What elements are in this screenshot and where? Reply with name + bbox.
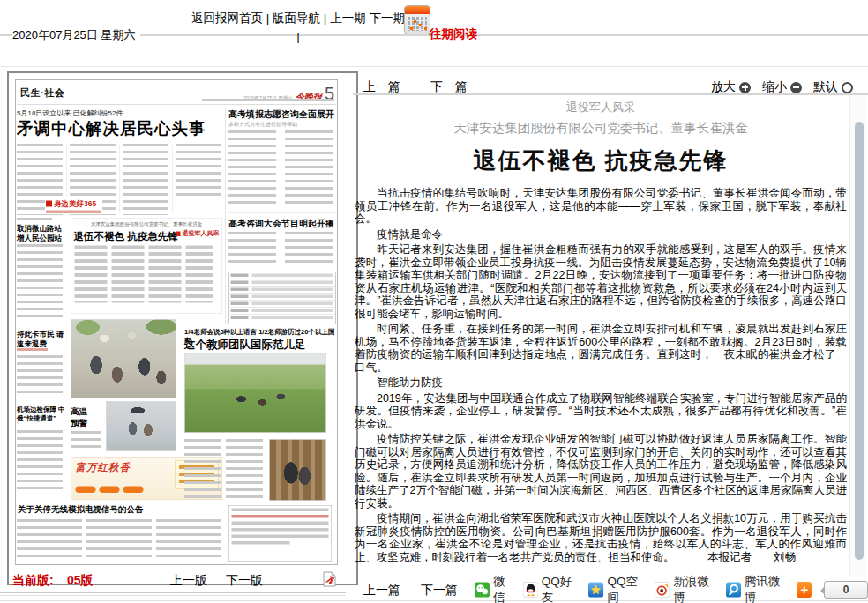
schedule-table	[228, 272, 336, 324]
sim-text	[184, 439, 221, 500]
sim-text	[228, 130, 276, 208]
article-view: 退役军人风采 天津安达集团股份有限公司党委书记、董事长崔洪金 退伍不褪色 抗疫急…	[355, 98, 847, 574]
masthead-contacts-simtext	[202, 99, 334, 102]
page-thumbnail-panel: 民生·社会 2020年7月25日 星期六今晚报5 5月18日设立以来 已化解纠纷…	[7, 71, 358, 585]
main-article-kicker[interactable]: 5月18日设立以来 已化解纠纷52件	[17, 108, 123, 118]
sim-text	[17, 355, 63, 397]
share-qzone[interactable]: QQ空间	[588, 574, 647, 603]
sim-text	[17, 519, 82, 561]
share-sina-weibo[interactable]: 新浪微博	[655, 574, 718, 603]
share-qq[interactable]: QQ好友	[523, 574, 582, 603]
column-rule	[119, 145, 120, 213]
ad-chip	[76, 487, 96, 494]
badge-365: 身边美好365	[45, 197, 102, 214]
pdf-icon[interactable]	[323, 571, 336, 591]
section-name: 民生·社会	[20, 86, 64, 100]
bottom-rule-2	[0, 595, 346, 596]
article-body: 当抗击疫情的集结号吹响时，天津安达集团股份有限公司党委书记、董事长崔洪金闻令而动…	[355, 187, 847, 563]
street-crowd-photo	[71, 319, 176, 398]
column-rule	[172, 145, 173, 213]
sim-text	[228, 232, 276, 266]
bottom-rule	[0, 592, 346, 593]
info-box	[228, 505, 332, 562]
ad-chip	[100, 487, 120, 494]
sim-text	[75, 246, 108, 303]
share-next-article-link[interactable]: 下一篇	[421, 583, 458, 599]
sim-kicker	[17, 218, 52, 221]
prev-page-link[interactable]: 上一版	[170, 573, 207, 589]
section-heading: 疫情就是命令	[355, 228, 847, 242]
calendar-icon[interactable]	[404, 5, 430, 34]
share-wechat[interactable]: 微信	[475, 574, 516, 603]
sim-text	[285, 232, 333, 266]
sina-weibo-eye-icon	[655, 582, 670, 598]
sim-text	[17, 244, 63, 318]
home-link[interactable]: 返回报网首页 |	[191, 11, 269, 25]
red-square-icon	[176, 231, 181, 236]
sim-text	[123, 144, 168, 215]
left-article-2-title[interactable]: 持此卡市民 请速来退费	[17, 329, 65, 349]
share-qzone-label: QQ空间	[608, 574, 648, 603]
share-qq-label: QQ好友	[542, 574, 582, 603]
current-page-label: 当前版:	[12, 573, 54, 589]
red-square-icon	[46, 200, 52, 206]
sim-text	[17, 430, 63, 494]
current-page-value: 05版	[67, 573, 94, 589]
tencent-weibo-icon	[726, 582, 741, 598]
notice-title[interactable]: 关于关停无线模拟电视信号的公告	[18, 503, 144, 515]
article-subtitle: 天津安达集团股份有限公司党委书记、董事长崔洪金	[355, 120, 847, 137]
paragraph: 时间紧、任务重，在接到任务的第一时间，崔洪金立即安排司机和车辆，凌晨就出发赶到石…	[355, 323, 847, 374]
paragraph: 当抗击疫情的集结号吹响时，天津安达集团股份有限公司党委书记、董事长崔洪金闻令而动…	[355, 187, 847, 226]
sim-text-red	[46, 211, 101, 214]
qzone-star-icon	[588, 582, 603, 598]
share-tencent-label: 腾讯微博	[745, 574, 789, 603]
share-bar: 微信 QQ好友 QQ空间 新浪微博 腾讯微博 + 0	[475, 580, 868, 599]
top-navigation: 返回报网首页 | 版面导航 | 上一期 下一期 |	[189, 10, 408, 47]
header-divider	[0, 66, 868, 67]
share-sina-label: 新浪微博	[673, 574, 718, 603]
center-article-badge: 退役军人风采	[176, 230, 220, 238]
center-article[interactable]: 天津安达集团股份有限公司党委书记、董事长崔洪金 退伍不褪色 抗疫急先锋 退役军人…	[71, 218, 222, 314]
left-article-1-title[interactable]: 取消微山路站 增人民公园站	[17, 223, 65, 243]
sim-text	[226, 439, 263, 500]
page-nav-link[interactable]: 版面导航 |	[273, 11, 326, 25]
right-article-1-title[interactable]: 高考填报志愿咨询全面展开	[228, 108, 336, 121]
zoom-in-icon[interactable]	[739, 82, 751, 93]
ad-calligraphy-text: 富万红秋香	[76, 461, 131, 475]
zoom-default-icon[interactable]	[842, 82, 853, 93]
column-divider	[225, 108, 226, 324]
calendar-grid-icon	[408, 17, 427, 31]
prev-issue-link[interactable]: 上一期	[330, 11, 366, 25]
past-issues-link[interactable]: 往期阅读	[430, 26, 477, 42]
masthead-rule	[17, 104, 336, 105]
share-count-badge[interactable]: 0	[824, 581, 868, 599]
share-prev-article-link[interactable]: 上一篇	[363, 583, 400, 599]
article-title: 退伍不褪色 抗疫急先锋	[355, 145, 847, 176]
paragraph: 2019年，安达集团与中国联通合作成立了物联网智能终端联合实验室，专门进行智能居…	[355, 392, 847, 431]
right-article-2-title[interactable]: 高考咨询大会节目明起开播	[228, 218, 336, 230]
zoom-out-icon[interactable]	[790, 82, 802, 93]
article-rule	[228, 212, 336, 213]
section-heading: 智能助力防疫	[355, 376, 847, 390]
next-page-link[interactable]: 下一版	[226, 573, 263, 589]
teacher-article-title[interactable]: 这个教师团队国际范儿足	[184, 337, 336, 352]
sim-text	[186, 246, 213, 303]
teachers-lawn-photo	[184, 353, 326, 433]
sim-text	[285, 130, 333, 208]
main-article-title[interactable]: 矛调中心解决居民心头事	[17, 117, 221, 139]
scrollbar-thumb[interactable]	[855, 122, 864, 560]
heat-warning-title[interactable]: 高温预警	[71, 406, 90, 428]
street-photo-small	[106, 401, 176, 451]
calendar-dots-icon	[414, 20, 416, 23]
sim-text	[86, 519, 152, 561]
sim-text-red	[17, 348, 48, 352]
share-tencent-weibo[interactable]: 腾讯微博	[726, 574, 789, 603]
sim-text	[149, 246, 182, 303]
library-photo	[269, 439, 326, 501]
newspaper-page-thumbnail[interactable]: 民生·社会 2020年7月25日 星期六今晚报5 5月18日设立以来 已化解纠纷…	[15, 79, 338, 565]
share-more-button[interactable]: +	[797, 582, 812, 598]
paragraph: 昨天记者来到安达集团，握住崔洪金粗糙而强有力的双手就能感受到，这是军人的双手。疫…	[355, 243, 847, 320]
sim-text	[176, 144, 221, 197]
left-article-3-title[interactable]: 机场边检保障 中俄“快捷通道”	[17, 406, 65, 422]
right-article-1-subtitle: 多种方式对考生进行指导帮助	[228, 121, 297, 129]
